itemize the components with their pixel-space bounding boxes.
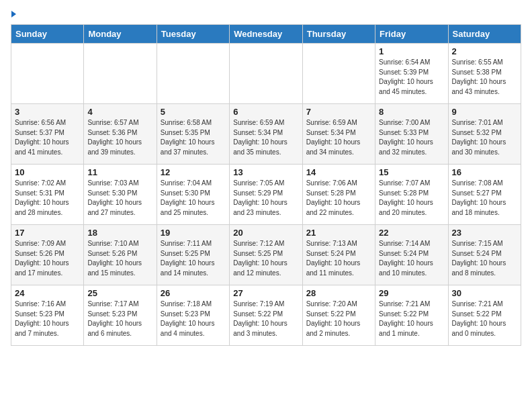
calendar-cell: 3Sunrise: 6:56 AM Sunset: 5:37 PM Daylig… xyxy=(11,104,84,165)
calendar-week-4: 17Sunrise: 7:09 AM Sunset: 5:26 PM Dayli… xyxy=(11,225,521,285)
logo xyxy=(11,11,16,19)
day-number: 25 xyxy=(87,288,152,298)
calendar-cell: 5Sunrise: 6:58 AM Sunset: 5:35 PM Daylig… xyxy=(157,104,229,165)
calendar-cell: 4Sunrise: 6:57 AM Sunset: 5:36 PM Daylig… xyxy=(84,104,157,165)
calendar-header-friday: Friday xyxy=(375,25,448,44)
day-info: Sunrise: 7:18 AM Sunset: 5:23 PM Dayligh… xyxy=(161,300,226,338)
calendar-header-saturday: Saturday xyxy=(448,25,521,44)
day-info: Sunrise: 7:09 AM Sunset: 5:26 PM Dayligh… xyxy=(15,239,80,278)
day-info: Sunrise: 7:04 AM Sunset: 5:30 PM Dayligh… xyxy=(161,179,226,218)
calendar-cell: 6Sunrise: 6:59 AM Sunset: 5:34 PM Daylig… xyxy=(230,104,302,165)
calendar-header-sunday: Sunday xyxy=(11,25,84,44)
day-number: 28 xyxy=(306,288,371,298)
day-number: 17 xyxy=(15,228,80,238)
day-info: Sunrise: 7:14 AM Sunset: 5:24 PM Dayligh… xyxy=(379,239,444,278)
day-number: 1 xyxy=(379,46,444,56)
day-info: Sunrise: 7:08 AM Sunset: 5:27 PM Dayligh… xyxy=(452,179,517,218)
day-info: Sunrise: 7:07 AM Sunset: 5:28 PM Dayligh… xyxy=(379,179,444,218)
day-info: Sunrise: 7:21 AM Sunset: 5:22 PM Dayligh… xyxy=(452,300,517,338)
day-number: 23 xyxy=(452,228,517,238)
day-info: Sunrise: 7:17 AM Sunset: 5:23 PM Dayligh… xyxy=(87,300,152,338)
calendar-cell: 1Sunrise: 6:54 AM Sunset: 5:39 PM Daylig… xyxy=(375,44,448,104)
calendar-cell: 9Sunrise: 7:01 AM Sunset: 5:32 PM Daylig… xyxy=(448,104,521,165)
day-info: Sunrise: 6:59 AM Sunset: 5:34 PM Dayligh… xyxy=(233,118,298,157)
calendar-cell: 21Sunrise: 7:13 AM Sunset: 5:24 PM Dayli… xyxy=(302,225,375,285)
day-info: Sunrise: 7:03 AM Sunset: 5:30 PM Dayligh… xyxy=(87,179,152,218)
day-info: Sunrise: 7:10 AM Sunset: 5:26 PM Dayligh… xyxy=(87,239,152,278)
day-info: Sunrise: 6:54 AM Sunset: 5:39 PM Dayligh… xyxy=(379,58,444,97)
calendar-cell: 10Sunrise: 7:02 AM Sunset: 5:31 PM Dayli… xyxy=(11,165,84,225)
day-info: Sunrise: 7:20 AM Sunset: 5:22 PM Dayligh… xyxy=(306,300,371,338)
day-number: 5 xyxy=(161,107,226,117)
day-info: Sunrise: 7:01 AM Sunset: 5:32 PM Dayligh… xyxy=(452,118,517,157)
calendar-week-2: 3Sunrise: 6:56 AM Sunset: 5:37 PM Daylig… xyxy=(11,104,521,165)
calendar-cell xyxy=(84,44,157,104)
day-number: 15 xyxy=(379,167,444,177)
day-info: Sunrise: 6:59 AM Sunset: 5:34 PM Dayligh… xyxy=(306,118,371,157)
day-info: Sunrise: 7:02 AM Sunset: 5:31 PM Dayligh… xyxy=(15,179,80,218)
calendar-cell: 30Sunrise: 7:21 AM Sunset: 5:22 PM Dayli… xyxy=(448,285,521,346)
day-number: 8 xyxy=(379,107,444,117)
calendar-cell: 16Sunrise: 7:08 AM Sunset: 5:27 PM Dayli… xyxy=(448,165,521,225)
day-info: Sunrise: 6:58 AM Sunset: 5:35 PM Dayligh… xyxy=(161,118,226,157)
calendar-cell: 7Sunrise: 6:59 AM Sunset: 5:34 PM Daylig… xyxy=(302,104,375,165)
calendar-week-5: 24Sunrise: 7:16 AM Sunset: 5:23 PM Dayli… xyxy=(11,285,521,346)
calendar-cell: 25Sunrise: 7:17 AM Sunset: 5:23 PM Dayli… xyxy=(84,285,157,346)
calendar-cell: 14Sunrise: 7:06 AM Sunset: 5:28 PM Dayli… xyxy=(302,165,375,225)
day-info: Sunrise: 7:06 AM Sunset: 5:28 PM Dayligh… xyxy=(306,179,371,218)
calendar-cell: 29Sunrise: 7:21 AM Sunset: 5:22 PM Dayli… xyxy=(375,285,448,346)
day-info: Sunrise: 6:56 AM Sunset: 5:37 PM Dayligh… xyxy=(15,118,80,157)
day-number: 11 xyxy=(87,167,152,177)
day-number: 19 xyxy=(161,228,226,238)
calendar-cell: 18Sunrise: 7:10 AM Sunset: 5:26 PM Dayli… xyxy=(84,225,157,285)
day-number: 27 xyxy=(233,288,298,298)
day-number: 18 xyxy=(87,228,152,238)
day-info: Sunrise: 7:21 AM Sunset: 5:22 PM Dayligh… xyxy=(379,300,444,338)
calendar-header-monday: Monday xyxy=(84,25,157,44)
day-number: 24 xyxy=(15,288,80,298)
day-info: Sunrise: 7:19 AM Sunset: 5:22 PM Dayligh… xyxy=(233,300,298,338)
day-number: 26 xyxy=(161,288,226,298)
calendar-cell: 19Sunrise: 7:11 AM Sunset: 5:25 PM Dayli… xyxy=(157,225,229,285)
calendar-cell: 13Sunrise: 7:05 AM Sunset: 5:29 PM Dayli… xyxy=(230,165,302,225)
day-number: 3 xyxy=(15,107,80,117)
calendar-cell xyxy=(302,44,375,104)
calendar-cell: 2Sunrise: 6:55 AM Sunset: 5:38 PM Daylig… xyxy=(448,44,521,104)
day-number: 16 xyxy=(452,167,517,177)
calendar-cell: 11Sunrise: 7:03 AM Sunset: 5:30 PM Dayli… xyxy=(84,165,157,225)
calendar-cell xyxy=(230,44,302,104)
calendar-cell: 12Sunrise: 7:04 AM Sunset: 5:30 PM Dayli… xyxy=(157,165,229,225)
calendar-cell: 28Sunrise: 7:20 AM Sunset: 5:22 PM Dayli… xyxy=(302,285,375,346)
day-number: 9 xyxy=(452,107,517,117)
day-number: 30 xyxy=(452,288,517,298)
day-number: 6 xyxy=(233,107,298,117)
day-number: 12 xyxy=(161,167,226,177)
calendar-cell: 27Sunrise: 7:19 AM Sunset: 5:22 PM Dayli… xyxy=(230,285,302,346)
day-number: 21 xyxy=(306,228,371,238)
day-number: 7 xyxy=(306,107,371,117)
calendar-cell: 17Sunrise: 7:09 AM Sunset: 5:26 PM Dayli… xyxy=(11,225,84,285)
day-info: Sunrise: 6:57 AM Sunset: 5:36 PM Dayligh… xyxy=(87,118,152,157)
calendar-week-1: 1Sunrise: 6:54 AM Sunset: 5:39 PM Daylig… xyxy=(11,44,521,104)
day-info: Sunrise: 7:16 AM Sunset: 5:23 PM Dayligh… xyxy=(15,300,80,338)
day-number: 22 xyxy=(379,228,444,238)
day-info: Sunrise: 7:11 AM Sunset: 5:25 PM Dayligh… xyxy=(161,239,226,278)
calendar-table: SundayMondayTuesdayWednesdayThursdayFrid… xyxy=(11,24,521,346)
day-number: 13 xyxy=(233,167,298,177)
day-info: Sunrise: 6:55 AM Sunset: 5:38 PM Dayligh… xyxy=(452,58,517,97)
day-info: Sunrise: 7:13 AM Sunset: 5:24 PM Dayligh… xyxy=(306,239,371,278)
day-info: Sunrise: 7:05 AM Sunset: 5:29 PM Dayligh… xyxy=(233,179,298,218)
calendar-week-3: 10Sunrise: 7:02 AM Sunset: 5:31 PM Dayli… xyxy=(11,165,521,225)
day-number: 14 xyxy=(306,167,371,177)
day-info: Sunrise: 7:00 AM Sunset: 5:33 PM Dayligh… xyxy=(379,118,444,157)
calendar-header-thursday: Thursday xyxy=(302,25,375,44)
logo-triangle-icon xyxy=(11,11,16,17)
calendar-cell: 23Sunrise: 7:15 AM Sunset: 5:24 PM Dayli… xyxy=(448,225,521,285)
calendar-header-tuesday: Tuesday xyxy=(157,25,229,44)
day-info: Sunrise: 7:15 AM Sunset: 5:24 PM Dayligh… xyxy=(452,239,517,278)
page-header xyxy=(11,11,521,19)
day-number: 2 xyxy=(452,46,517,56)
day-number: 10 xyxy=(15,167,80,177)
calendar-cell: 24Sunrise: 7:16 AM Sunset: 5:23 PM Dayli… xyxy=(11,285,84,346)
calendar-cell: 22Sunrise: 7:14 AM Sunset: 5:24 PM Dayli… xyxy=(375,225,448,285)
